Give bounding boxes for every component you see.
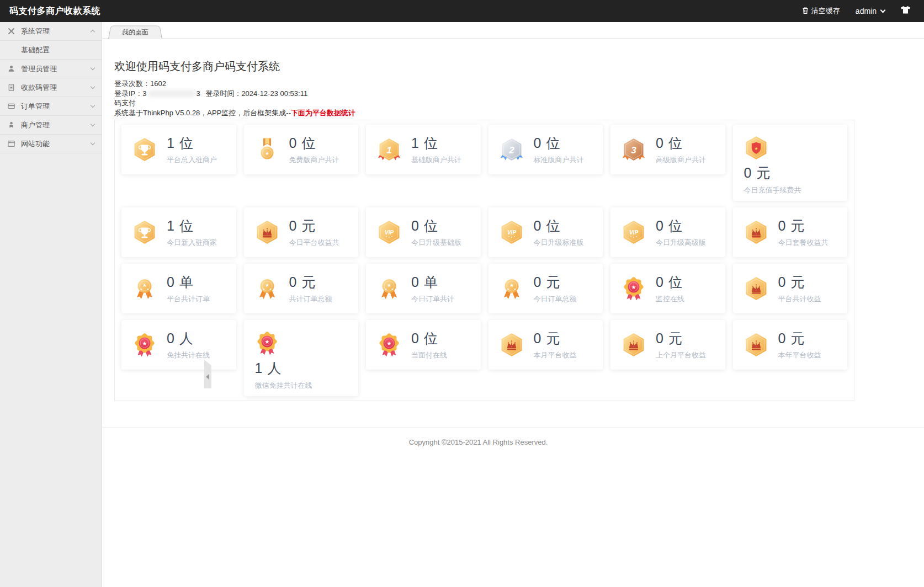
stat-unit: 位 (179, 218, 193, 233)
chevron-down-icon (91, 66, 95, 70)
stat-label: 今日升级基础版 (411, 238, 461, 248)
stat-unit: 元 (301, 274, 315, 290)
stat-unit: 元 (790, 330, 804, 346)
stat-unit: 位 (546, 218, 560, 233)
stat-unit: 元 (756, 165, 770, 180)
stat-label: 今日新入驻商家 (167, 238, 217, 248)
stat-unit: 位 (424, 135, 438, 151)
stat-value: 0 (534, 218, 541, 233)
stat-value: 0 (656, 135, 663, 151)
stat-label: 平台共计收益 (778, 294, 821, 304)
stat-unit: 元 (668, 330, 682, 346)
tshirt-theme-button[interactable] (900, 6, 911, 17)
sidebar-item-basic-config[interactable]: 基础配置 (0, 41, 102, 60)
stat-value: 0 (289, 218, 297, 233)
sidebar-item-payment-codes[interactable]: 收款码管理 (0, 78, 102, 97)
stat-value: 0 (411, 218, 419, 233)
welcome-title: 欢迎使用码支付多商户码支付系统 (114, 59, 924, 74)
trophy-medal-icon (132, 220, 157, 244)
stat-card-year-income: 0元 本年平台收益 (733, 320, 848, 370)
rank2-medal-icon: 2 (500, 137, 524, 162)
stat-unit: 位 (301, 135, 315, 151)
stat-label: 平台共计订单 (167, 294, 210, 304)
stat-value: 0 (778, 330, 786, 346)
trash-icon (801, 7, 809, 16)
app-title: 码支付多商户收款系统 (9, 6, 100, 17)
stat-unit: 元 (546, 274, 560, 290)
rank1-medal-icon: 1 (377, 137, 401, 162)
login-ip-label: 登录IP： (114, 89, 142, 98)
stat-label: 本年平台收益 (778, 350, 821, 360)
stat-label: 今日充值手续费共 (744, 185, 801, 195)
burst-medal-icon: ★ (255, 331, 279, 355)
stat-value: 0 (411, 274, 419, 290)
merchant-badge-icon (7, 121, 16, 130)
stat-card-today-upgrade-basic: VIP 0位 今日升级基础版 (366, 207, 481, 257)
stat-card-free-hang-online: ★ 0人 免挂共计在线 (121, 320, 236, 370)
svg-text:★: ★ (391, 287, 394, 291)
stat-value: 0 (744, 165, 752, 180)
svg-text:★: ★ (507, 287, 509, 291)
burst-medal-icon: ★ (377, 333, 401, 357)
crown-medal-icon (744, 276, 768, 301)
brand-line: 码支付 (114, 98, 924, 108)
clear-cache-button[interactable]: 清空缓存 (801, 6, 840, 16)
stat-label: 本月平台收益 (534, 350, 577, 360)
burst-medal-icon: ★ (622, 276, 646, 301)
stat-label: 基础版商户共计 (411, 155, 461, 165)
stat-label: 今日平台收益共 (289, 238, 339, 248)
stat-card-total-orders: ★ ★ ★ 0单 平台共计订单 (121, 264, 236, 313)
login-time-label: 登录时间： (205, 89, 241, 98)
main-area: 我的桌面 欢迎使用码支付多商户码支付系统 登录次数：1602 登录IP：33 登… (102, 22, 924, 587)
stat-label: 微信免挂共计在线 (255, 381, 312, 391)
stat-value: 1 (411, 135, 419, 151)
login-ip-value: 3 (142, 89, 146, 98)
stat-unit: 位 (668, 218, 682, 233)
tab-my-desktop[interactable]: 我的桌面 (108, 26, 162, 39)
vip-medal-icon: VIP (500, 220, 524, 244)
login-time-value: 2024-12-23 00:53:11 (241, 89, 307, 98)
stat-value: 0 (656, 330, 663, 346)
sidebar-item-merchants[interactable]: 商户管理 (0, 116, 102, 135)
tshirt-icon (900, 6, 911, 17)
sidebar-item-system[interactable]: 系统管理 (0, 22, 102, 41)
svg-text:★: ★ (385, 287, 387, 291)
stat-card-today-order-amount: ★ ★ ★ 0元 今日订单总额 (488, 264, 603, 313)
login-count-label: 登录次数： (114, 79, 150, 88)
stat-card-standard-merchants: 2 0位 标准版商户共计 (488, 125, 603, 174)
stat-value: 1 (167, 135, 174, 151)
stat-card-today-upgrade-premium: VIP 0位 今日升级高级版 (610, 207, 725, 257)
stat-unit: 单 (424, 274, 438, 290)
stat-value: 0 (289, 135, 297, 151)
dashboard-content: 欢迎使用码支付多商户码支付系统 登录次数：1602 登录IP：33 登录时间：2… (102, 39, 924, 456)
sidebar-item-label: 系统管理 (21, 26, 50, 36)
stat-value: 0 (656, 218, 663, 233)
star-medal-icon: ★ ★ ★ (132, 276, 157, 301)
svg-text:★: ★ (387, 340, 392, 346)
stat-label: 今日套餐收益共 (778, 238, 829, 248)
stat-label: 监控在线 (656, 294, 684, 304)
sidebar-item-admins[interactable]: 管理员管理 (0, 60, 102, 78)
stat-card-basic-merchants: 1 1位 基础版商户共计 (366, 125, 481, 174)
svg-text:★: ★ (147, 287, 150, 291)
stat-label: 标准版商户共计 (534, 155, 584, 165)
stat-card-today-upgrade-standard: VIP 0位 今日升级标准版 (488, 207, 603, 257)
stat-label: 今日升级标准版 (534, 238, 584, 248)
stat-unit: 位 (546, 135, 560, 151)
stat-unit: 位 (424, 330, 438, 346)
sidebar-item-website[interactable]: 网站功能 (0, 135, 102, 153)
stat-unit: 元 (546, 330, 560, 346)
burst-medal-icon: ★ (132, 333, 157, 357)
stat-value: 1 (255, 360, 263, 376)
stat-label: 今日升级高级版 (656, 238, 706, 248)
credit-card-icon (7, 102, 16, 111)
sidebar-item-label: 网站功能 (21, 139, 50, 149)
crown-medal-icon (500, 333, 524, 357)
sidebar-item-label: 收款码管理 (21, 83, 57, 93)
chevron-down-icon (91, 141, 95, 145)
admin-dropdown[interactable]: admin (856, 7, 885, 15)
stat-card-today-recharge-fee: ★ 0元 今日充值手续费共 (733, 125, 848, 201)
crown-medal-icon (744, 220, 768, 244)
sidebar-item-orders[interactable]: 订单管理 (0, 97, 102, 116)
login-ip-line: 登录IP：33 登录时间：2024-12-23 00:53:11 (114, 89, 924, 99)
